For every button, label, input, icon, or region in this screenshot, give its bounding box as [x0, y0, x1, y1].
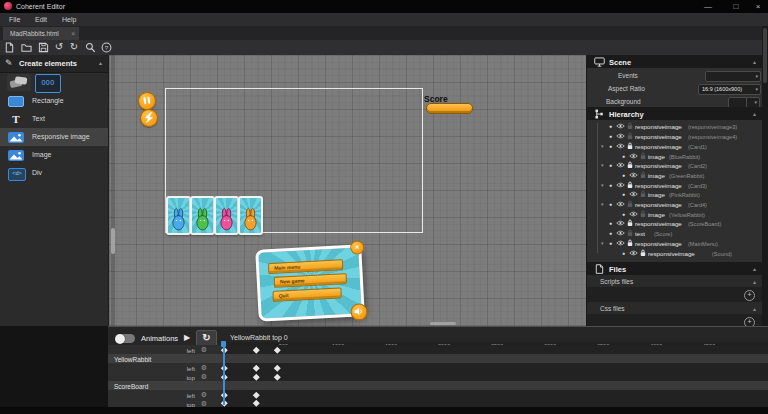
- timeline-group-row[interactable]: ScoreBoard: [108, 381, 768, 390]
- aspect-ratio-dropdown[interactable]: 16:9 (1600x900)▾: [698, 84, 761, 95]
- keyframe-diamond[interactable]: [253, 373, 259, 379]
- eye-icon[interactable]: [616, 123, 625, 129]
- eye-icon[interactable]: [616, 133, 625, 139]
- expander-icon[interactable]: ▾: [601, 201, 604, 207]
- lock-icon[interactable]: [627, 239, 633, 247]
- elements-tool-tab[interactable]: [7, 74, 31, 91]
- lock-icon[interactable]: [627, 181, 633, 189]
- hierarchy-item[interactable]: ● responsiveimage (ScoreBoard): [587, 218, 763, 228]
- visibility-dot-icon[interactable]: ●: [609, 143, 612, 149]
- lock-icon[interactable]: [627, 229, 633, 237]
- lock-icon[interactable]: [640, 190, 646, 198]
- hierarchy-item[interactable]: ● responsiveimage (Sound): [587, 248, 763, 258]
- visibility-dot-icon[interactable]: ●: [609, 220, 612, 226]
- open-folder-icon[interactable]: [21, 42, 33, 54]
- card-green-rabbit[interactable]: [190, 196, 215, 235]
- visibility-dot-icon[interactable]: ●: [609, 123, 612, 129]
- maximize-button[interactable]: □: [728, 2, 744, 11]
- collapse-caret-icon[interactable]: ▴: [753, 110, 756, 117]
- hierarchy-section-header[interactable]: Hierarchy ▴: [587, 107, 763, 120]
- create-item-text[interactable]: T Text: [0, 110, 108, 128]
- keyframe-diamond[interactable]: [274, 346, 280, 352]
- keyframe-diamond[interactable]: [253, 400, 259, 406]
- eye-icon[interactable]: [629, 191, 638, 197]
- lock-icon[interactable]: [640, 171, 646, 179]
- create-item-responsive-image[interactable]: Responsive image: [0, 128, 108, 146]
- visibility-dot-icon[interactable]: ●: [622, 250, 625, 256]
- create-item-image[interactable]: Image: [0, 146, 108, 164]
- expander-icon[interactable]: ▾: [601, 240, 604, 246]
- timeline-group-row[interactable]: YellowRabbit: [108, 354, 768, 363]
- eye-icon[interactable]: [616, 143, 625, 149]
- lock-icon[interactable]: [627, 219, 633, 227]
- hierarchy-item[interactable]: ▾ ● responsiveimage (MainMenu): [587, 238, 763, 248]
- eye-icon[interactable]: [616, 240, 625, 246]
- hierarchy-item[interactable]: ● responsiveimage (responsiveimage3): [587, 121, 763, 131]
- visibility-dot-icon[interactable]: ●: [622, 211, 625, 217]
- gear-icon[interactable]: ⚙: [201, 391, 207, 399]
- add-script-button[interactable]: +: [744, 290, 755, 301]
- lock-icon[interactable]: [627, 161, 633, 169]
- visibility-dot-icon[interactable]: ●: [609, 201, 612, 207]
- card-blue-rabbit[interactable]: [166, 196, 191, 235]
- card-pink-rabbit[interactable]: [214, 196, 239, 235]
- events-dropdown[interactable]: ▾: [705, 71, 761, 82]
- create-elements-header[interactable]: ✎ Create elements ▴: [0, 55, 108, 73]
- gear-icon[interactable]: ⚙: [201, 373, 207, 381]
- zoom-search-icon[interactable]: [85, 42, 97, 54]
- tab-madrabbits[interactable]: MadRabbits.html ×: [3, 27, 79, 40]
- visibility-dot-icon[interactable]: ●: [609, 240, 612, 246]
- create-item-rectangle[interactable]: Rectangle: [0, 92, 108, 110]
- lock-icon[interactable]: [640, 210, 646, 218]
- lock-icon[interactable]: [627, 200, 633, 208]
- hierarchy-item[interactable]: ● responsiveimage (responsiveimage4): [587, 131, 763, 141]
- keyframe-diamond[interactable]: [253, 391, 259, 397]
- undo-icon[interactable]: ↺: [53, 41, 65, 53]
- window-scrollbar-thumb[interactable]: [763, 28, 767, 83]
- visibility-dot-icon[interactable]: ●: [609, 182, 612, 188]
- gear-icon[interactable]: ⚙: [201, 364, 207, 372]
- popup-sound-icon[interactable]: [350, 303, 368, 321]
- visibility-dot-icon[interactable]: ●: [622, 153, 625, 159]
- menu-help[interactable]: Help: [62, 16, 76, 23]
- visibility-dot-icon[interactable]: ●: [609, 162, 612, 168]
- collapse-caret-icon[interactable]: ▴: [753, 58, 756, 65]
- eye-icon[interactable]: [616, 201, 625, 207]
- canvas-vscroll-thumb[interactable]: [111, 228, 115, 254]
- lock-icon[interactable]: [640, 152, 646, 160]
- hierarchy-item[interactable]: ▾ ● responsiveimage (Card1): [587, 141, 763, 151]
- lock-icon[interactable]: [627, 132, 633, 140]
- play-button[interactable]: ▶: [184, 333, 190, 342]
- redo-icon[interactable]: ↻: [68, 41, 80, 53]
- eye-icon[interactable]: [629, 250, 638, 256]
- main-menu-button[interactable]: Main menu: [268, 259, 343, 274]
- eye-icon[interactable]: [616, 220, 625, 226]
- collapse-caret-icon[interactable]: ▴: [753, 278, 756, 285]
- hierarchy-item[interactable]: ● image (PinkRabbit): [587, 189, 763, 199]
- quit-button[interactable]: Quit: [273, 287, 342, 302]
- expander-icon[interactable]: ▾: [601, 162, 604, 168]
- hierarchy-item[interactable]: ● text (Score): [587, 228, 763, 238]
- create-item-div[interactable]: <d> Div: [0, 164, 108, 182]
- lightning-button[interactable]: [139, 108, 159, 128]
- eye-icon[interactable]: [616, 182, 625, 188]
- scene-section-header[interactable]: Scene ▴: [587, 55, 763, 68]
- expander-icon[interactable]: ▾: [601, 143, 604, 149]
- tab-close-icon[interactable]: ×: [71, 30, 75, 37]
- keyframe-diamond[interactable]: [274, 364, 280, 370]
- files-section-header[interactable]: Files ▴: [587, 262, 763, 275]
- gear-icon[interactable]: ⚙: [201, 346, 207, 354]
- visibility-dot-icon[interactable]: ●: [622, 191, 625, 197]
- main-menu-popup[interactable]: Main menu New game Quit ×: [255, 244, 365, 321]
- save-icon[interactable]: [38, 42, 50, 54]
- new-game-button[interactable]: New game: [274, 273, 347, 288]
- playhead-line[interactable]: [223, 341, 225, 405]
- design-canvas[interactable]: Score Main menu New game Quit ×: [109, 55, 586, 326]
- help-icon[interactable]: ?: [101, 42, 113, 54]
- card-yellow-rabbit[interactable]: [238, 196, 263, 235]
- collapse-caret-icon[interactable]: ▴: [753, 305, 756, 312]
- canvas-vertical-scrollbar[interactable]: [111, 55, 115, 326]
- popup-close-icon[interactable]: ×: [350, 240, 365, 255]
- keyframe-diamond[interactable]: [253, 346, 259, 352]
- menu-file[interactable]: File: [9, 16, 20, 23]
